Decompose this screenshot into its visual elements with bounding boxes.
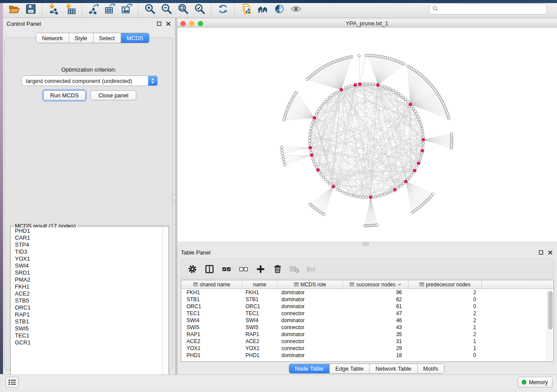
close-panel-icon[interactable] <box>547 249 554 255</box>
tab-motifs[interactable]: Motifs <box>418 364 444 373</box>
table-cell: 2 <box>408 289 482 296</box>
network-canvas[interactable] <box>177 28 557 241</box>
tab-node-table[interactable]: Node Table <box>289 364 330 373</box>
tab-network-table[interactable]: Network Table <box>370 364 417 373</box>
float-panel-icon[interactable] <box>156 21 163 27</box>
table-cell: 1 <box>408 338 482 345</box>
refresh-icon[interactable] <box>214 2 231 16</box>
column-header-name[interactable]: name <box>242 280 277 289</box>
zoom-in-icon[interactable] <box>142 2 158 16</box>
delete-column-icon[interactable] <box>272 263 283 275</box>
memory-status-dot <box>522 380 526 385</box>
table-cell: YOX1 <box>181 345 242 352</box>
network-graph[interactable] <box>177 28 557 241</box>
table-cell: STB1 <box>181 296 242 303</box>
search-box[interactable] <box>429 3 547 14</box>
zoom-fit-icon[interactable] <box>175 2 191 16</box>
mcds-result-item[interactable]: TID3 <box>11 248 163 255</box>
task-history-button[interactable] <box>5 377 19 388</box>
mcds-result-item[interactable]: GCR1 <box>11 339 163 346</box>
mcds-result-item[interactable]: SRD1 <box>11 269 163 276</box>
table-row[interactable]: STB1STB1dominator620 <box>181 296 554 303</box>
shared-column-icon <box>193 282 198 287</box>
zoom-selected-icon[interactable] <box>191 2 208 16</box>
dropdown-stepper-icon <box>148 76 157 86</box>
export-network-icon[interactable] <box>85 2 102 16</box>
table-row[interactable]: TEC1TEC1connector472 <box>181 310 554 317</box>
column-header-shared-name[interactable]: shared name <box>181 280 242 289</box>
mcds-result-item[interactable]: CAR1 <box>11 234 163 241</box>
horizontal-splitter-grabber[interactable] <box>363 242 369 245</box>
column-header-successor-nodes[interactable]: successor nodes <box>343 280 408 289</box>
tab-network[interactable]: Network <box>36 33 69 43</box>
table-row[interactable]: ACE2ACE2connector311 <box>181 338 554 345</box>
vertical-splitter-grabber[interactable] <box>172 195 176 202</box>
table-row[interactable]: PHD1PHD1dominator180 <box>181 352 554 359</box>
close-panel-button[interactable]: Close panel <box>90 90 136 100</box>
mcds-result-item[interactable]: RAP1 <box>11 311 163 318</box>
mcds-result-item[interactable]: TEC1 <box>11 332 163 339</box>
mcds-result-item[interactable]: STB5 <box>11 297 163 304</box>
table-toolbar: f(x) <box>181 259 554 279</box>
function-builder-icon: f(x) <box>306 263 317 275</box>
mcds-result-item[interactable]: STP4 <box>11 241 163 248</box>
mcds-result-item[interactable]: SWI5 <box>11 325 163 332</box>
toggle-graphics-details-icon[interactable] <box>271 2 287 16</box>
mcds-result-item[interactable]: PHD1 <box>11 227 163 234</box>
first-neighbors-icon[interactable] <box>254 2 271 16</box>
show-hide-panel-icon[interactable] <box>287 2 304 16</box>
mcds-result-item[interactable]: STB1 <box>11 318 163 325</box>
import-table-icon[interactable] <box>62 2 79 16</box>
show-columns-icon[interactable] <box>204 263 215 275</box>
close-panel-icon[interactable] <box>165 21 172 27</box>
column-header-predecessor-nodes[interactable]: predecessor nodes <box>408 280 482 289</box>
column-header-MCDS-role[interactable]: MCDS role <box>277 280 343 289</box>
table-scrollbar[interactable] <box>547 289 554 362</box>
table-cell: 1 <box>408 345 482 352</box>
tab-edge-table[interactable]: Edge Table <box>330 364 370 373</box>
mcds-result-list: PHD1CAR1STP4TID3YOX1SWI4SRD1PMA2FKH1ACE2… <box>11 227 163 382</box>
table-panel-tabs: Node TableEdge TableNetwork TableMotifs <box>289 364 444 374</box>
search-input[interactable] <box>439 4 544 14</box>
table-row[interactable]: YOX1YOX1connector291 <box>181 345 554 352</box>
table-row[interactable]: ORC1ORC1dominator610 <box>181 303 554 310</box>
table-cell: 2 <box>408 331 482 338</box>
deselect-all-icon[interactable] <box>238 263 249 275</box>
run-mcds-button[interactable]: Run MCDS <box>43 90 86 100</box>
mcds-tab-content: NetworkStyleSelectMCDS Optimization crit… <box>4 38 173 370</box>
select-all-icon[interactable] <box>221 263 232 275</box>
table-cell: STB1 <box>242 296 277 303</box>
criterion-dropdown[interactable]: largest connected component (undirected) <box>21 76 158 86</box>
save-session-icon[interactable] <box>22 2 39 16</box>
table-row[interactable]: SWI4SWI4dominator462 <box>181 317 554 324</box>
mcds-result-item[interactable]: YOX1 <box>11 255 163 262</box>
mcds-result-item[interactable]: FKH1 <box>11 283 163 290</box>
tab-style[interactable]: Style <box>69 33 93 43</box>
table-cell: SWI4 <box>242 317 277 324</box>
tab-mcds[interactable]: MCDS <box>121 33 149 43</box>
mcds-result-item[interactable]: ACE2 <box>11 290 163 297</box>
float-panel-icon[interactable] <box>538 249 544 255</box>
table-cell: RAP1 <box>181 331 242 338</box>
memory-button[interactable]: Memory <box>518 377 553 388</box>
table-scrollbar-thumb[interactable] <box>548 291 553 330</box>
table-row[interactable]: SWI5SWI5connector431 <box>181 324 554 331</box>
import-network-icon[interactable] <box>45 2 62 16</box>
mcds-result-item[interactable]: PMA2 <box>11 276 163 283</box>
zoom-out-icon[interactable] <box>158 2 175 16</box>
mcds-result-item[interactable]: SWI4 <box>11 262 163 269</box>
table-settings-icon[interactable] <box>187 263 198 275</box>
mcds-result-scrollbar[interactable] <box>163 227 168 382</box>
mcds-result-item[interactable]: ORC1 <box>11 304 163 311</box>
export-table-icon[interactable] <box>102 2 118 16</box>
svg-text:f(x): f(x) <box>307 266 315 273</box>
tab-select[interactable]: Select <box>93 33 121 43</box>
export-image-icon[interactable] <box>118 2 135 16</box>
clone-network-icon[interactable] <box>238 2 254 16</box>
table-row[interactable]: FKH1FKH1dominator962 <box>181 289 554 296</box>
table-cell: YOX1 <box>242 345 277 352</box>
table-row[interactable]: RAP1RAP1dominator352 <box>181 331 554 338</box>
table-cell: 1 <box>408 324 482 331</box>
add-column-icon[interactable] <box>255 263 266 275</box>
open-file-icon[interactable] <box>6 2 22 16</box>
